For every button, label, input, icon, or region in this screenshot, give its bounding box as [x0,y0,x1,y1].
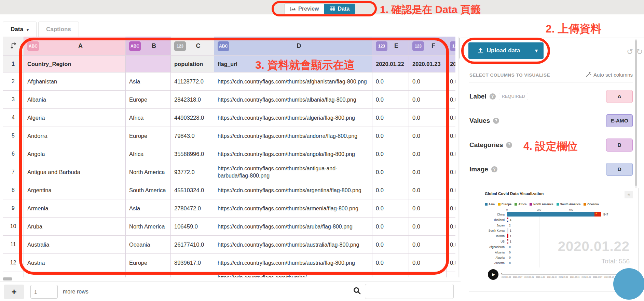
cell[interactable] [126,272,171,277]
panel-scrollbar-thumb[interactable] [635,40,637,186]
cell[interactable]: https://cdn.countryflags.com/thumbs/aust… [214,236,372,254]
cell[interactable]: 0.0 [409,145,447,163]
horizontal-scrollbar-thumb[interactable] [3,277,12,280]
sheet-tab-captions[interactable]: Captions [38,22,79,37]
cell[interactable]: 0.0 [447,163,455,181]
cell[interactable] [171,272,214,277]
cell[interactable]: https://cdn.countryflags.com/thumbs/ [214,272,372,277]
column-header-A[interactable]: ABCA [24,37,126,56]
cell[interactable]: 0.0 [447,254,455,272]
cell[interactable]: population [171,56,214,73]
cell[interactable]: https://cdn.countryflags.com/thumbs/alge… [214,109,372,127]
cell[interactable]: 0.0 [447,145,455,163]
cell[interactable] [447,272,455,277]
cell[interactable]: 0.0 [409,73,447,91]
cell[interactable]: 0.0 [447,127,455,145]
cell[interactable]: Europe [126,254,171,272]
column-header-E[interactable]: 123E [372,37,409,56]
cell[interactable]: https://cdn.countryflags.com/thumbs/arme… [214,199,372,218]
column-pill-E-AMO[interactable]: E-AMO [606,114,633,127]
rows-count-input[interactable] [30,285,58,299]
cell[interactable] [409,272,447,277]
vertical-scrollbar[interactable] [458,37,460,277]
cell[interactable]: North America [126,163,171,181]
timeline-track[interactable] [502,274,629,275]
cell[interactable]: 2020.01.23 [409,56,447,73]
cell[interactable]: 0.0 [372,91,409,109]
cell[interactable]: Europe [126,91,171,109]
column-header-C[interactable]: 123C [171,37,214,56]
cell[interactable]: 0.0 [372,199,409,218]
add-rows-button[interactable]: + [4,285,24,299]
row-number[interactable]: 3 [3,91,24,109]
cell[interactable]: https://cdn.countryflags.com/thumbs/afgh… [214,73,372,91]
row-number[interactable]: 10 [3,218,24,236]
cell[interactable]: Albania [24,91,126,109]
play-button[interactable]: ▶ [488,269,498,280]
cell[interactable]: Oceania [126,236,171,254]
cell[interactable]: 0.0 [409,109,447,127]
cell[interactable]: https://cdn.countryflags.com/thumbs/arge… [214,181,372,199]
search-input[interactable] [365,284,454,299]
cell[interactable]: Australia [24,236,126,254]
cell[interactable]: 0.0 [372,145,409,163]
cell[interactable]: 0.0 [372,163,409,181]
cell[interactable]: Argentina [24,181,126,199]
cell[interactable]: 106459.0 [171,218,214,236]
vertical-scrollbar-thumb[interactable] [459,38,460,59]
cell[interactable]: Austria [24,254,126,272]
cell[interactable]: 0.0 [372,181,409,199]
row-number[interactable]: 4 [3,109,24,127]
cell[interactable]: 0.0 [409,163,447,181]
upload-data-button[interactable]: Upload data ▾ [468,42,544,59]
cell[interactable]: Afghanistan [24,73,126,91]
upload-data-main[interactable]: Upload data [468,47,529,54]
cell[interactable]: Asia [126,73,171,91]
cell[interactable]: 0.0 [409,181,447,199]
cell[interactable]: Africa [126,145,171,163]
help-icon[interactable]: ? [493,118,499,124]
help-button[interactable] [613,268,644,300]
cell[interactable]: 2780472.0 [171,199,214,218]
cell[interactable]: 0.0 [372,236,409,254]
row-number[interactable]: 9 [3,199,24,218]
cell[interactable] [24,272,126,277]
corner-cell[interactable] [3,37,24,56]
cell[interactable]: Aruba [24,218,126,236]
upload-dropdown-caret[interactable]: ▾ [529,48,544,54]
cell[interactable]: Andorra [24,127,126,145]
cell[interactable]: 0.0 [372,73,409,91]
cell[interactable]: 2842318.0 [171,91,214,109]
cell[interactable]: https://cdn.countryflags.com/thumbs/alba… [214,91,372,109]
cell[interactable]: 0.0 [372,109,409,127]
cell[interactable]: Country_Region [24,56,126,73]
row-number[interactable]: 6 [3,145,24,163]
sheet-tab-data[interactable]: Data ▾ [3,22,37,37]
row-number[interactable]: 11 [3,236,24,254]
cell[interactable]: 0.0 [409,91,447,109]
column-header-B[interactable]: ABCB [126,37,171,56]
cell[interactable] [126,56,171,73]
cell[interactable]: Europe [126,127,171,145]
cell[interactable]: 44903228.0 [171,109,214,127]
cell[interactable]: 0.0 [447,236,455,254]
column-pill-B[interactable]: B [606,139,633,152]
cell[interactable]: 8939617.0 [171,254,214,272]
cell[interactable]: South America [126,181,171,199]
cell[interactable]: 45510324.0 [171,181,214,199]
cell[interactable]: https://cdn.countryflags.com/thumbs/arub… [214,218,372,236]
cell[interactable] [372,272,409,277]
cell[interactable]: 0.0 [409,127,447,145]
column-header-F[interactable]: 123F [409,37,447,56]
cell[interactable]: https://cdn.countryflags.com/thumbs/ango… [214,145,372,163]
cell[interactable]: Angola [24,145,126,163]
cell[interactable]: 0.0 [447,109,455,127]
column-pill-D[interactable]: D [606,163,633,176]
row-number[interactable]: 5 [3,127,24,145]
cell[interactable]: 35588996.0 [171,145,214,163]
help-icon[interactable]: ? [506,142,512,148]
cell[interactable]: Armenia [24,199,126,218]
cell[interactable]: 0.0 [409,236,447,254]
cell[interactable]: https://cdn.countryflags.com/thumbs/anti… [214,163,372,181]
row-number[interactable]: 12 [3,254,24,272]
